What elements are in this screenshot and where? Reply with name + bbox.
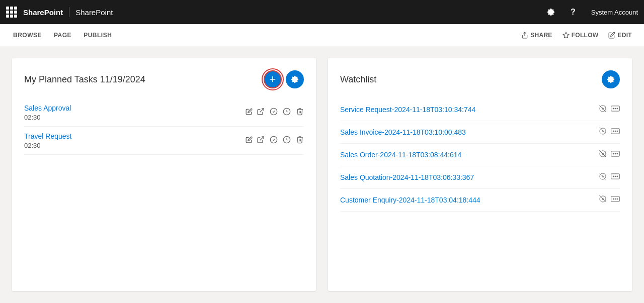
task-postpone-icon[interactable]: [283, 108, 291, 118]
watchlist-unfollow-icon[interactable]: [599, 172, 607, 182]
add-task-button[interactable]: +: [264, 70, 282, 88]
watchlist-menu-icon[interactable]: [611, 127, 620, 137]
browse-button[interactable]: BROWSE: [8, 29, 47, 42]
svg-point-15: [615, 108, 616, 109]
watchlist-item-link[interactable]: Customer Enquiry-2024-11-18T03:04:18:444: [340, 196, 599, 204]
watchlist-item: Customer Enquiry-2024-11-18T03:04:18:444: [340, 189, 620, 212]
my-planned-tasks-widget: My Planned Tasks 11/19/2024 + Sales Appr…: [12, 58, 316, 291]
edit-button[interactable]: EDIT: [604, 29, 636, 42]
follow-button[interactable]: FOLLOW: [558, 29, 603, 42]
svg-point-22: [613, 131, 614, 132]
watchlist-unfollow-icon[interactable]: [599, 150, 607, 160]
watchlist-unfollow-icon[interactable]: [599, 105, 607, 115]
watchlist-item-icons: [599, 195, 620, 205]
user-account-label[interactable]: System Account: [591, 9, 638, 16]
watchlist-unfollow-icon[interactable]: [599, 127, 607, 137]
watchlist-item-icons: [599, 150, 620, 160]
star-icon: [562, 32, 570, 39]
task-postpone-icon[interactable]: [283, 136, 291, 146]
watchlist-item-icons: [599, 172, 620, 182]
main-content: My Planned Tasks 11/19/2024 + Sales Appr…: [0, 46, 644, 303]
watchlist-menu-icon[interactable]: [611, 172, 620, 182]
task-time: 02:30: [24, 142, 239, 149]
settings-button[interactable]: [543, 4, 559, 20]
watchlist-item-link[interactable]: Sales Quotation-2024-11-18T03:06:33:367: [340, 173, 599, 181]
task-action-icons: [257, 136, 304, 146]
watchlist-item: Sales Quotation-2024-11-18T03:06:33:367: [340, 166, 620, 189]
top-navigation: SharePoint SharePoint ? System Account: [0, 0, 644, 24]
task-info: Travel Request 02:30: [24, 132, 239, 149]
watchlist-item-link[interactable]: Service Request-2024-11-18T03:10:34:744: [340, 106, 599, 114]
nav-divider: [69, 7, 69, 17]
task-name-link[interactable]: Sales Approval: [24, 104, 71, 112]
task-complete-icon[interactable]: [270, 136, 278, 146]
waffle-icon[interactable]: [6, 7, 17, 18]
svg-point-30: [613, 153, 614, 154]
task-item: Sales Approval 02:30: [24, 98, 304, 127]
svg-point-14: [613, 108, 614, 109]
task-edit-icon[interactable]: [246, 136, 253, 145]
task-external-link-icon[interactable]: [257, 136, 265, 146]
watchlist-unfollow-icon[interactable]: [599, 195, 607, 205]
svg-point-38: [613, 176, 614, 177]
svg-line-2: [260, 109, 264, 112]
svg-point-46: [613, 198, 614, 199]
task-delete-icon[interactable]: [296, 136, 304, 146]
watchlist-header: Watchlist: [340, 70, 620, 88]
task-complete-icon[interactable]: [270, 108, 278, 118]
share-button[interactable]: SHARE: [517, 29, 556, 42]
watchlist-settings-button[interactable]: [602, 70, 620, 88]
publish-button[interactable]: PUBLISH: [78, 29, 117, 42]
help-button[interactable]: ?: [565, 4, 581, 20]
watchlist-item-icons: [599, 105, 620, 115]
watchlist-menu-icon[interactable]: [611, 105, 620, 115]
svg-point-32: [617, 153, 618, 154]
task-item: Travel Request 02:30: [24, 127, 304, 155]
widget-settings-button[interactable]: [286, 70, 304, 88]
watchlist-item: Sales Order-2024-11-18T03:08:44:614: [340, 144, 620, 166]
task-edit-icon[interactable]: [246, 108, 253, 117]
svg-point-24: [617, 131, 618, 132]
svg-point-40: [617, 176, 618, 177]
secondary-toolbar: BROWSE PAGE PUBLISH SHARE FOLLOW EDIT: [0, 24, 644, 46]
edit-icon: [608, 32, 615, 39]
watchlist-item-icons: [599, 127, 620, 137]
svg-point-47: [615, 198, 616, 199]
watchlist-item: Sales Invoice-2024-11-18T03:10:00:483: [340, 121, 620, 144]
watchlist-widget: Watchlist Service Request-2024-11-18T03:…: [328, 58, 632, 291]
page-button[interactable]: PAGE: [49, 29, 76, 42]
watchlist-item-link[interactable]: Sales Order-2024-11-18T03:08:44:614: [340, 151, 599, 159]
watchlist-menu-icon[interactable]: [611, 150, 620, 160]
svg-line-6: [260, 137, 264, 140]
svg-point-31: [615, 153, 616, 154]
task-info: Sales Approval 02:30: [24, 104, 239, 121]
watchlist-item-link[interactable]: Sales Invoice-2024-11-18T03:10:00:483: [340, 128, 599, 136]
svg-point-39: [615, 176, 616, 177]
settings-icon: [546, 8, 555, 17]
watchlist-settings-icon: [606, 75, 615, 84]
task-time: 02:30: [24, 114, 239, 121]
site-name[interactable]: SharePoint: [75, 8, 113, 17]
watchlist-menu-icon[interactable]: [611, 195, 620, 205]
task-action-icons: [257, 108, 304, 118]
share-icon: [521, 32, 528, 39]
help-icon: ?: [571, 8, 576, 17]
task-external-link-icon[interactable]: [257, 108, 265, 118]
widget-title: My Planned Tasks 11/19/2024: [24, 74, 264, 85]
svg-point-23: [615, 131, 616, 132]
app-name[interactable]: SharePoint: [23, 8, 63, 17]
widget-header: My Planned Tasks 11/19/2024 +: [24, 70, 304, 88]
task-name-link[interactable]: Travel Request: [24, 132, 71, 140]
task-list: Sales Approval 02:30 Travel Request 02:3…: [24, 98, 304, 155]
svg-point-16: [617, 108, 618, 109]
svg-point-48: [617, 198, 618, 199]
watchlist-item: Service Request-2024-11-18T03:10:34:744: [340, 98, 620, 121]
svg-marker-1: [563, 32, 569, 38]
watchlist-list: Service Request-2024-11-18T03:10:34:744: [340, 98, 620, 212]
widget-settings-icon: [290, 75, 299, 84]
watchlist-title: Watchlist: [340, 74, 602, 85]
task-delete-icon[interactable]: [296, 108, 304, 118]
